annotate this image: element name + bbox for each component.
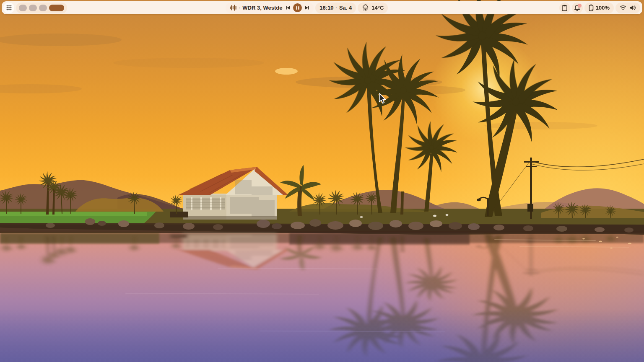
workspace-dot-1[interactable] <box>19 5 27 11</box>
workspace-dot-4-active[interactable] <box>49 5 64 11</box>
clock-time: 16:10 <box>319 5 333 11</box>
top-bar: · WDR 3, Westdeutsc 16:10 · Sa. 4 <box>2 1 642 14</box>
workspace-dot-3[interactable] <box>39 5 47 11</box>
rain-cloud-icon <box>362 4 369 12</box>
media-separator: · <box>239 5 240 11</box>
network-volume-widget[interactable] <box>615 3 640 13</box>
app-grid-icon <box>6 5 12 10</box>
clock-widget[interactable]: 16:10 · Sa. 4 <box>315 3 356 13</box>
media-previous-button[interactable] <box>285 5 291 11</box>
media-next-button[interactable] <box>304 5 310 11</box>
audio-visualizer-icon <box>230 5 236 11</box>
wallpaper-image <box>0 0 644 362</box>
volume-icon <box>630 5 636 10</box>
wifi-icon <box>620 5 626 10</box>
skip-next-icon <box>305 5 309 10</box>
notification-dot <box>578 4 582 8</box>
skip-previous-icon <box>286 5 290 10</box>
clipboard-icon <box>561 5 568 11</box>
media-player-widget[interactable]: · WDR 3, Westdeutsc <box>226 3 314 13</box>
workspace-dot-2[interactable] <box>29 5 37 11</box>
weather-widget[interactable]: 14°C <box>358 3 388 13</box>
clock-date: Sa. 4 <box>339 5 352 11</box>
media-title: WDR 3, Westdeutsc <box>242 5 283 11</box>
media-pause-button[interactable] <box>293 3 302 12</box>
notifications-button[interactable] <box>572 3 583 13</box>
clock-separator: · <box>336 5 337 10</box>
clipboard-button[interactable] <box>559 3 570 13</box>
app-grid-button[interactable] <box>3 3 14 13</box>
desktop: · WDR 3, Westdeutsc 16:10 · Sa. 4 <box>0 0 644 362</box>
battery-widget[interactable]: 100% <box>584 3 614 13</box>
weather-temperature: 14°C <box>371 5 384 11</box>
workspace-switcher <box>16 3 67 13</box>
pause-icon <box>296 6 297 10</box>
battery-percent: 100% <box>596 5 610 11</box>
battery-icon <box>589 4 594 11</box>
